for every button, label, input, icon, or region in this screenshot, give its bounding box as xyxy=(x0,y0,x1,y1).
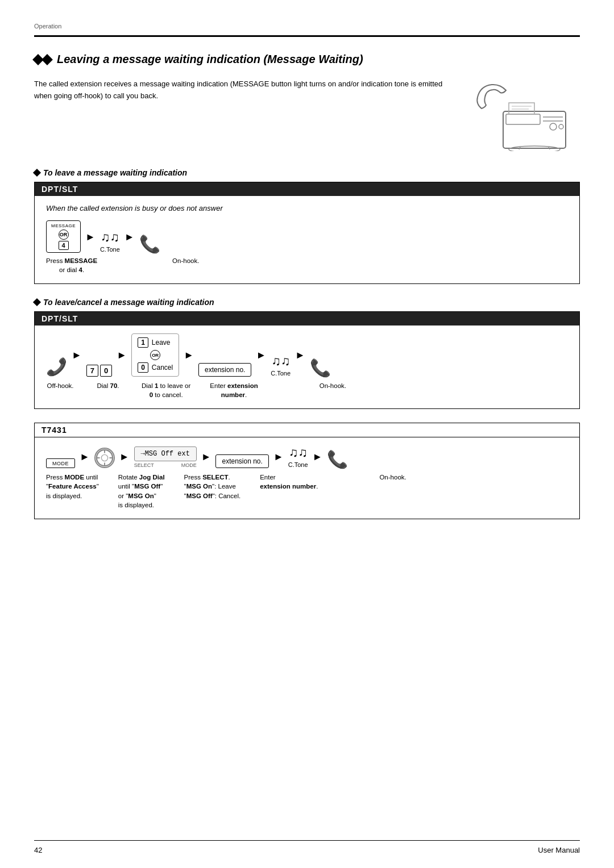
small-diamond-icon xyxy=(33,169,41,177)
ctone-block-2: ♫♫ C.Tone xyxy=(271,354,291,377)
mode-button-icon: MODE xyxy=(46,458,75,468)
display-labels: SELECT MODE xyxy=(134,462,197,468)
fax-image xyxy=(466,78,580,152)
svg-point-4 xyxy=(550,123,557,130)
t7431-arrow-5: ► xyxy=(313,452,323,462)
small-diamond-icon-2 xyxy=(33,298,41,306)
svg-rect-1 xyxy=(506,114,540,124)
dpt-header-1: DPT/SLT xyxy=(35,182,579,196)
ctone-label-2: C.Tone xyxy=(271,370,291,377)
display-text: →MSG Off ext xyxy=(140,450,189,458)
dpt1-steps-row: MESSAGE OR 4 ► ♫♫ C.Tone ► 📞 xyxy=(46,220,568,253)
cancel-row: 0 Cancel xyxy=(138,362,173,373)
key-0-cancel: 0 xyxy=(138,362,148,373)
t7431-content: MODE ► xyxy=(35,437,579,518)
t7431-arrow-1: ► xyxy=(80,452,90,462)
intro-row: The called extension receives a message … xyxy=(34,78,580,152)
svg-rect-6 xyxy=(509,103,534,114)
t7431-step2 xyxy=(94,448,115,468)
dpt-slt-box-1: DPT/SLT When the called extension is bus… xyxy=(34,182,580,284)
dpt2-step3: 1 Leave OR 0 Cancel xyxy=(131,333,179,377)
dpt2-label-1: Off-hook. xyxy=(47,382,73,389)
subsection1-title: To leave a message waiting indication xyxy=(34,168,580,177)
dpt2-arrow-1: ► xyxy=(72,350,82,360)
svg-line-10 xyxy=(519,147,520,149)
ctone-icon-3: ♫♫ xyxy=(289,445,308,460)
ctone-icon-1: ♫♫ xyxy=(101,230,119,245)
dpt2-arrow-3: ► xyxy=(184,350,194,360)
message-button-icon: MESSAGE OR 4 xyxy=(46,220,81,253)
dpt2-label-2: Dial 70. xyxy=(97,382,119,389)
t7431-step1: MODE xyxy=(46,458,75,468)
ext-box-2: extension no. xyxy=(215,454,268,468)
t7431-label-2: Rotate Jog Dialuntil "MSG Off"or "MSG On… xyxy=(118,474,165,508)
dpt2-step5: ♫♫ C.Tone xyxy=(271,354,291,377)
dpt-note-1: When the called extension is busy or doe… xyxy=(46,204,568,212)
bottom-rule xyxy=(34,840,580,841)
t7431-header: T7431 xyxy=(35,423,579,437)
onhook-phone-icon-1: 📞 xyxy=(139,236,160,253)
arrow-2: ► xyxy=(125,232,135,242)
svg-point-13 xyxy=(101,455,107,461)
intro-text: The called extension receives a message … xyxy=(34,78,449,102)
dpt1-step3-label: On-hook. xyxy=(172,257,199,264)
ctone-block-1: ♫♫ C.Tone xyxy=(100,230,120,253)
t7431-label-6: On-hook. xyxy=(379,474,406,481)
display-box: →MSG Off ext xyxy=(134,446,197,461)
leave-label: Leave xyxy=(152,339,171,347)
fax-machine-svg xyxy=(469,80,577,151)
dpt-content-1: When the called extension is busy or doe… xyxy=(35,196,579,283)
display-label-right: MODE xyxy=(181,462,197,468)
offhook-phone-icon: 📞 xyxy=(46,357,67,377)
dpt-header-2: DPT/SLT xyxy=(35,312,579,326)
dpt2-arrow-5: ► xyxy=(295,350,305,360)
footer-page-number: 42 xyxy=(34,846,42,854)
onhook-phone-icon-2: 📞 xyxy=(310,360,331,377)
arrow-1: ► xyxy=(85,232,96,242)
dpt2-label-6: On-hook. xyxy=(320,382,346,389)
leave-cancel-box: 1 Leave OR 0 Cancel xyxy=(131,333,179,377)
onhook-phone-icon-3: 📞 xyxy=(327,451,348,468)
jog-dial-svg xyxy=(96,448,114,468)
dpt2-steps-row: 📞 ► 7 0 ► 1 Leave xyxy=(46,333,568,377)
ctone-label-3: C.Tone xyxy=(288,461,308,468)
leave-row: 1 Leave xyxy=(138,337,173,348)
dpt2-arrow-2: ► xyxy=(117,350,127,360)
page-header: Operation xyxy=(34,23,580,30)
svg-point-5 xyxy=(559,124,563,129)
ctone-icon-2: ♫♫ xyxy=(271,354,290,369)
jog-dial-icon xyxy=(94,448,115,468)
dpt2-arrow-4: ► xyxy=(256,350,266,360)
t7431-step5: ♫♫ C.Tone xyxy=(288,445,308,468)
t7431-arrow-2: ► xyxy=(119,452,130,462)
dpt-slt-box-2: DPT/SLT 📞 ► 7 0 ► xyxy=(34,311,580,409)
dpt2-label-4: Enter extensionnumber. xyxy=(210,382,258,398)
dpt2-step6: 📞 xyxy=(310,360,331,377)
t7431-label-1: Press MODE until"Feature Access"is displ… xyxy=(46,474,99,499)
t7431-label-4: Enterextension number. xyxy=(260,474,318,490)
t7431-arrow-4: ► xyxy=(273,452,284,462)
section-title: Leaving a message waiting indication (Me… xyxy=(34,53,580,66)
display-label-left: SELECT xyxy=(134,462,154,468)
dpt1-step2: ♫♫ C.Tone xyxy=(100,230,120,253)
or-circle: OR xyxy=(150,350,160,360)
diamond-icons xyxy=(34,56,51,64)
top-rule xyxy=(34,35,580,37)
dpt2-step2: 7 0 xyxy=(86,365,112,377)
t7431-step3: →MSG Off ext SELECT MODE xyxy=(134,446,197,468)
t7431-steps-row: MODE ► xyxy=(46,445,568,468)
footer: 42 User Manual xyxy=(34,846,580,854)
svg-line-11 xyxy=(549,147,550,149)
t7431-label-3: Press SELECT."MSG On": Leave"MSG Off": C… xyxy=(184,474,241,499)
ext-box-1: extension no. xyxy=(198,363,251,377)
ctone-block-3: ♫♫ C.Tone xyxy=(288,445,308,468)
dpt1-step1: MESSAGE OR 4 xyxy=(46,220,81,253)
dpt2-step4: extension no. xyxy=(198,363,251,377)
t7431-box: T7431 MODE ► xyxy=(34,423,580,519)
dpt1-step1-label: Press MESSAGEor dial 4. xyxy=(46,257,97,273)
key-7: 7 xyxy=(86,365,98,377)
dpt2-label-3: Dial 1 to leave or0 to cancel. xyxy=(142,382,190,398)
subsection2-title: To leave/cancel a message waiting indica… xyxy=(34,298,580,307)
t7431-step4: extension no. xyxy=(215,454,268,468)
ctone-label-1: C.Tone xyxy=(100,246,120,253)
